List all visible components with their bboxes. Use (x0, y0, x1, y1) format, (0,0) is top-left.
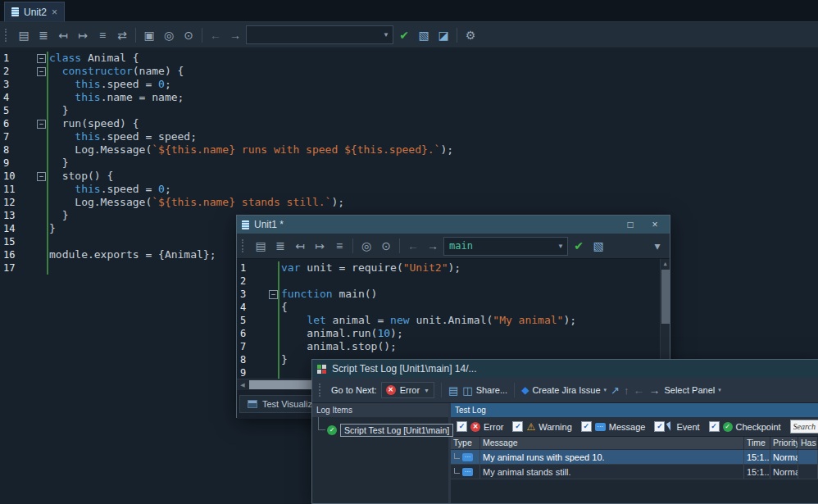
toolbar-overflow-icon[interactable]: ▾ (648, 237, 666, 255)
column-header-priority[interactable]: Priority (770, 437, 798, 449)
scroll-left-icon[interactable]: ◀ (237, 379, 248, 390)
run-test-icon[interactable]: ✔ (395, 26, 413, 44)
tree-item-script-test-log[interactable]: ✓ Script Test Log [Unit1\main] (327, 424, 453, 437)
filter-error[interactable]: ✓✕Error (457, 421, 503, 432)
filter-event[interactable]: ✓Event (654, 421, 699, 432)
test-visualizer-icon (248, 400, 257, 408)
navigate-back-icon[interactable]: ← (404, 237, 422, 255)
toggle-lines-icon[interactable]: ⇄ (113, 26, 131, 44)
log-title-bar[interactable]: Script Test Log [Unit1\main] 14/... (312, 360, 818, 378)
code-line: 4{ (237, 301, 670, 314)
filter-message[interactable]: ✓···Message (581, 421, 646, 432)
code-line: 2 (237, 275, 670, 288)
code-line: 1var unit = require("Unit2"); (237, 261, 670, 275)
log-row[interactable]: ···My animal runs with speed 10.15:1...N… (451, 450, 818, 465)
create-jira-issue-button[interactable]: ◆ Create Jira Issue ▾ (521, 384, 607, 396)
log-time: 15:1... (744, 465, 770, 479)
fold-marker[interactable]: − (37, 67, 46, 76)
fold-marker[interactable]: − (269, 290, 278, 299)
go-to-next-filter-dropdown[interactable]: ✕ Error ▼ (381, 382, 434, 398)
message-checkbox[interactable]: ✓ (581, 421, 592, 432)
line-number: 15 (0, 235, 36, 248)
log-grid-rows: ···My animal runs with speed 10.15:1...N… (451, 450, 818, 479)
maximize-button[interactable]: □ (620, 219, 640, 230)
select-panel-dropdown[interactable]: Select Panel ▾ (664, 385, 720, 395)
run-with-options-icon[interactable]: ▧ (589, 237, 607, 255)
unit1-title-bar[interactable]: Unit1 * □ × (237, 216, 670, 234)
find-icon[interactable]: ◎ (357, 237, 375, 255)
log-forward-icon[interactable]: → (648, 384, 660, 397)
column-header-type[interactable]: Type (451, 437, 480, 449)
script-test-log-window: Script Test Log [Unit1\main] 14/... Go t… (311, 359, 818, 504)
toolbar-grip[interactable] (242, 239, 246, 252)
navigate-back-icon[interactable]: ← (207, 26, 225, 44)
indent-icon[interactable]: ↦ (74, 26, 92, 44)
indent-icon[interactable]: ↦ (311, 237, 329, 255)
chevron-down-icon[interactable]: ▼ (379, 26, 393, 43)
checkpoint-checkbox[interactable]: ✓ (709, 421, 720, 432)
references-icon[interactable]: ⊙ (180, 26, 198, 44)
column-header-message[interactable]: Message (480, 437, 744, 449)
settings-icon[interactable]: ⚙ (461, 26, 479, 44)
log-items-tree[interactable]: ✓ Script Test Log [Unit1\main] (312, 417, 448, 504)
share-button[interactable]: ◫ Share... (462, 384, 507, 397)
line-number: 14 (0, 222, 36, 235)
event-checkbox[interactable]: ✓ (654, 421, 665, 432)
log-priority: Normal (770, 450, 798, 464)
line-number: 6 (237, 327, 268, 340)
comment-block-icon[interactable]: ≡ (93, 26, 111, 44)
log-back-icon[interactable]: ← (633, 384, 644, 397)
line-number: 7 (237, 340, 268, 353)
run-test-icon[interactable]: ✔ (570, 237, 588, 255)
code-template-icon[interactable]: ▣ (140, 26, 158, 44)
format-source-icon[interactable]: ≣ (34, 26, 52, 44)
comment-block-icon[interactable]: ≡ (330, 237, 348, 255)
log-time: 15:1... (744, 450, 770, 464)
column-header-time[interactable]: Time (744, 437, 770, 449)
message-icon: ··· (462, 468, 473, 476)
test-log-header: Test Log (451, 403, 818, 417)
chevron-down-icon[interactable]: ▼ (554, 238, 567, 255)
tab-unit2[interactable]: Unit2 × (4, 2, 65, 21)
open-issue-icon[interactable]: ↗ (611, 384, 620, 397)
branch-combobox[interactable]: main ▼ (443, 237, 568, 256)
format-source-icon[interactable]: ≣ (271, 237, 289, 255)
close-button[interactable]: × (645, 219, 665, 230)
scroll-up-icon[interactable]: ▲ (661, 259, 670, 269)
outdent-icon[interactable]: ↤ (54, 26, 72, 44)
success-icon: ✓ (327, 425, 337, 435)
run-target-combobox[interactable]: ▼ (246, 25, 393, 44)
log-row[interactable]: ···My animal stands still.15:1...Normal (451, 465, 818, 479)
toolbar-grip[interactable] (319, 384, 323, 397)
add-item-icon[interactable]: ▤ (15, 26, 33, 44)
filter-checkpoint[interactable]: ✓✓Checkpoint (709, 421, 781, 432)
tab-close-icon[interactable]: × (52, 7, 57, 17)
outdent-icon[interactable]: ↤ (291, 237, 309, 255)
log-search-input[interactable] (790, 420, 818, 434)
log-items-header: Log Items (312, 403, 448, 417)
scrollbar-thumb[interactable] (661, 270, 670, 324)
filter-warning[interactable]: ✓⚠Warning (512, 421, 571, 432)
fold-marker[interactable]: − (37, 120, 46, 129)
log-grid-header[interactable]: TypeMessageTimePriorityHas ... (451, 437, 818, 450)
log-body: Log Items ✓ Script Test Log [Unit1\main]… (312, 403, 818, 504)
copy-log-icon[interactable]: ▤ (448, 384, 458, 397)
code-line: 10− stop() { (0, 170, 818, 183)
code-line: 3−function main() (237, 288, 670, 301)
checkpoint-icon: ✓ (723, 422, 733, 432)
go-up-icon[interactable]: ↑ (624, 384, 629, 397)
fold-marker[interactable]: − (37, 172, 46, 181)
column-header-has[interactable]: Has ... (798, 437, 818, 449)
add-item-icon[interactable]: ▤ (252, 237, 270, 255)
navigate-forward-icon[interactable]: → (226, 26, 244, 44)
references-icon[interactable]: ⊙ (377, 237, 395, 255)
fold-marker[interactable]: − (37, 54, 46, 63)
navigate-forward-icon[interactable]: → (424, 237, 442, 255)
warning-checkbox[interactable]: ✓ (512, 421, 523, 432)
debug-run-icon[interactable]: ◪ (434, 26, 452, 44)
run-with-options-icon[interactable]: ▧ (415, 26, 433, 44)
window-title: Script Test Log [Unit1\main] 14/... (332, 363, 813, 375)
error-checkbox[interactable]: ✓ (457, 421, 467, 432)
find-icon[interactable]: ◎ (160, 26, 178, 44)
toolbar-grip[interactable] (5, 29, 9, 42)
